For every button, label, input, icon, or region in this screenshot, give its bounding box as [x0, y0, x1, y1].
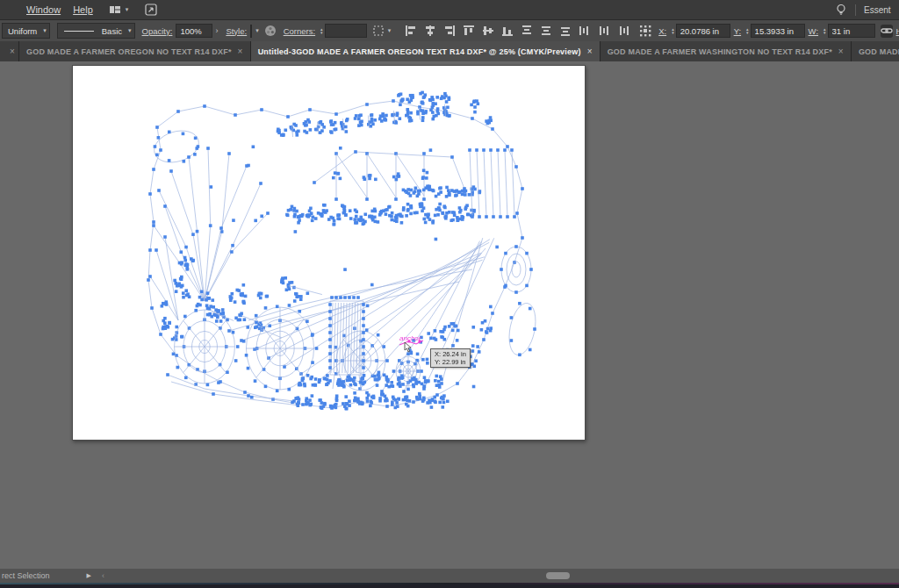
close-icon[interactable]: ×	[10, 47, 15, 56]
menu-bar: Window Help ▾ Essent	[0, 0, 899, 19]
x-input[interactable]	[676, 24, 730, 38]
tab-label: GOD MADE A FARMER WASHINGTON NO TEXT R14…	[608, 47, 832, 56]
x-label[interactable]: X:	[658, 26, 666, 36]
chevron-down-icon[interactable]: ▾	[388, 27, 392, 34]
h-label[interactable]: H:	[896, 26, 899, 36]
current-tool-label: rect Selection	[2, 571, 50, 580]
align-bottom-icon[interactable]	[500, 25, 514, 38]
select-similar-icon[interactable]	[372, 25, 385, 38]
distribute-vertical-center-icon[interactable]	[539, 25, 552, 38]
share-screen-button[interactable]	[144, 4, 157, 17]
chevron-down-icon: ▾	[128, 27, 132, 34]
opacity-expand-icon[interactable]: ›	[215, 26, 218, 35]
tab-label: GOD MADE A FARMER WASHINGTO	[859, 47, 899, 56]
artwork-canvas[interactable]	[73, 66, 585, 440]
reference-point-icon[interactable]	[638, 25, 651, 38]
link-dimensions-icon[interactable]	[881, 25, 893, 38]
horizontal-scrollbar-thumb[interactable]	[546, 572, 570, 579]
corners-label[interactable]: Corners:	[284, 26, 315, 36]
measure-tooltip: X: 26.24 in Y: 22.99 in	[430, 348, 471, 368]
divider	[855, 4, 856, 16]
w-label[interactable]: W:	[809, 26, 818, 36]
brush-value: Basic	[99, 26, 125, 36]
width-profile-dropdown[interactable]: Uniform ▾	[2, 23, 50, 39]
align-top-icon[interactable]	[462, 25, 475, 38]
tooltip-x: X: 26.24 in	[435, 350, 466, 358]
width-profile-value: Uniform	[5, 26, 40, 36]
share-icon	[144, 4, 157, 17]
corners-input[interactable]	[325, 24, 367, 38]
align-tools	[398, 25, 651, 38]
y-stepper[interactable]: ▴▾	[746, 27, 749, 35]
close-icon[interactable]: ×	[238, 47, 243, 56]
chevron-down-icon: ▾	[43, 27, 47, 34]
w-input[interactable]	[828, 24, 875, 38]
x-stepper[interactable]: ▴▾	[672, 27, 674, 35]
distribute-horizontal-center-icon[interactable]	[597, 25, 610, 38]
y-input[interactable]	[751, 24, 805, 38]
discover-lightbulb-icon[interactable]	[834, 4, 847, 17]
artboard[interactable]: anchor X: 26.24 in Y: 22.99 in	[72, 65, 586, 441]
recolor-artwork-icon[interactable]	[264, 25, 277, 38]
opacity-input[interactable]	[176, 24, 212, 38]
align-right-icon[interactable]	[442, 25, 456, 38]
document-tab[interactable]: Untitled-3GOD MADE A FARMER OREGON TEXT …	[251, 41, 601, 61]
illustrator-window: Window Help ▾ Essent Uniform ▾ Basic ▾ O…	[0, 0, 899, 588]
align-left-icon[interactable]	[404, 25, 417, 38]
tab-label: GOD MADE A FARMER OREGON NO TEXT R14 DXF…	[26, 47, 232, 56]
status-menu-icon[interactable]: ▶	[87, 572, 91, 579]
mouse-cursor-icon	[404, 341, 413, 356]
align-horizontal-center-icon[interactable]	[423, 25, 436, 38]
menu-help[interactable]: Help	[73, 4, 93, 15]
style-swatch[interactable]	[250, 25, 252, 38]
pasteboard[interactable]: anchor X: 26.24 in Y: 22.99 in	[0, 61, 899, 569]
y-label[interactable]: Y:	[734, 26, 741, 36]
close-icon[interactable]: ×	[838, 47, 844, 56]
status-bar: rect Selection ▶ ‹	[0, 569, 899, 583]
tooltip-y: Y: 22.99 in	[435, 358, 466, 366]
distribute-bottom-icon[interactable]	[558, 25, 572, 38]
distribute-right-icon[interactable]	[616, 25, 629, 38]
chevron-down-icon: ▾	[126, 6, 129, 13]
w-stepper[interactable]: ▴▾	[823, 27, 826, 35]
document-tab[interactable]: GOD MADE A FARMER WASHINGTON NO TEXT R14…	[601, 41, 852, 61]
stroke-preview-icon	[64, 31, 94, 32]
style-label[interactable]: Style:	[226, 26, 247, 36]
brush-definition-dropdown[interactable]: Basic ▾	[57, 23, 135, 39]
corners-stepper[interactable]: ▴▾	[320, 27, 323, 35]
align-vertical-center-icon[interactable]	[481, 25, 494, 38]
document-tab-bar: ×GOD MADE A FARMER OREGON NO TEXT R14 DX…	[0, 41, 899, 61]
arrange-documents-button[interactable]: ▾	[109, 4, 129, 17]
chevron-down-icon[interactable]: ▾	[255, 27, 259, 34]
opacity-label[interactable]: Opacity:	[142, 26, 173, 36]
distribute-top-icon[interactable]	[520, 25, 533, 38]
panes-icon	[109, 4, 122, 17]
scroll-left-icon[interactable]: ‹	[102, 571, 104, 580]
document-tab[interactable]: GOD MADE A FARMER WASHINGTO	[852, 41, 899, 61]
document-tab[interactable]: ×	[0, 41, 19, 61]
menu-window[interactable]: Window	[26, 4, 61, 15]
document-tab[interactable]: GOD MADE A FARMER OREGON NO TEXT R14 DXF…	[19, 41, 251, 61]
taskbar-edge	[0, 583, 899, 588]
close-icon[interactable]: ×	[587, 47, 593, 56]
control-bar: Uniform ▾ Basic ▾ Opacity: › Style: ▾ Co…	[0, 19, 899, 41]
distribute-left-icon[interactable]	[578, 25, 591, 38]
workspace-switcher[interactable]: Essent	[864, 5, 899, 15]
tab-label: Untitled-3GOD MADE A FARMER OREGON TEXT …	[258, 47, 581, 56]
